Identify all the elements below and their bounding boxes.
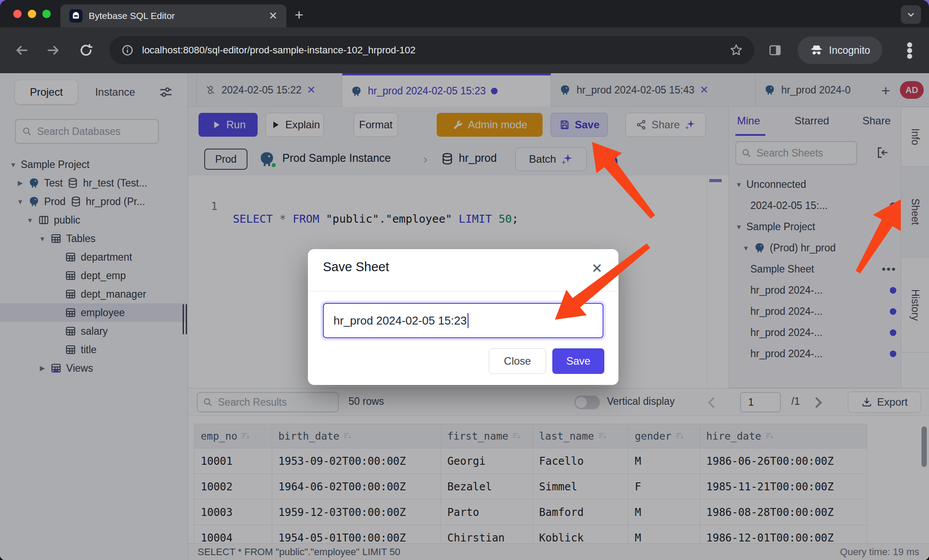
reload-icon[interactable]: [79, 43, 94, 58]
browser-tab-title: Bytebase SQL Editor: [89, 11, 262, 21]
traffic-light-minimize-icon[interactable]: [28, 10, 36, 18]
save-sheet-dialog: Save Sheet ✕ hr_prod 2024-02-05 15:23 Cl…: [308, 249, 618, 385]
address-bar[interactable]: localhost:8080/sql-editor/prod-sample-in…: [109, 36, 754, 64]
dialog-title: Save Sheet: [323, 260, 389, 274]
incognito-label: Incognito: [829, 45, 870, 56]
text-cursor: [468, 313, 468, 328]
browser-tabstrip: Bytebase SQL Editor ✕ +: [0, 0, 929, 27]
forward-icon[interactable]: [46, 43, 61, 58]
sheet-name-value: hr_prod 2024-02-05 15:23: [333, 314, 467, 328]
side-panel-icon[interactable]: [768, 43, 783, 58]
dialog-close-icon[interactable]: ✕: [592, 261, 603, 276]
tab-search-button[interactable]: [901, 5, 921, 24]
dialog-save-button[interactable]: Save: [552, 348, 604, 374]
browser-tab[interactable]: Bytebase SQL Editor ✕: [60, 4, 286, 27]
tab-close-icon[interactable]: ✕: [269, 11, 277, 21]
incognito-icon: [809, 43, 824, 57]
bytebase-favicon-icon: [69, 9, 82, 22]
traffic-light-zoom-icon[interactable]: [42, 10, 51, 18]
sheet-name-input[interactable]: hr_prod 2024-02-05 15:23: [323, 303, 603, 338]
divider: [308, 291, 618, 291]
back-icon[interactable]: [14, 43, 29, 58]
browser-menu-button[interactable]: ●●●: [905, 41, 914, 59]
site-info-icon[interactable]: [121, 44, 134, 57]
traffic-light-close-icon[interactable]: [13, 10, 22, 18]
bytebase-app: Project Instance ▼ Sample Project ▶ Test…: [0, 73, 929, 560]
dialog-close-button[interactable]: Close: [489, 348, 546, 374]
bookmark-star-icon[interactable]: [729, 43, 744, 58]
new-tab-button[interactable]: +: [295, 6, 303, 23]
incognito-badge: Incognito: [798, 37, 882, 64]
chevron-down-icon: [905, 9, 917, 20]
url-text: localhost:8080/sql-editor/prod-sample-in…: [142, 45, 416, 56]
browser-toolbar: localhost:8080/sql-editor/prod-sample-in…: [0, 27, 929, 73]
browser-window: Bytebase SQL Editor ✕ + localhost:8080/s…: [0, 0, 929, 560]
